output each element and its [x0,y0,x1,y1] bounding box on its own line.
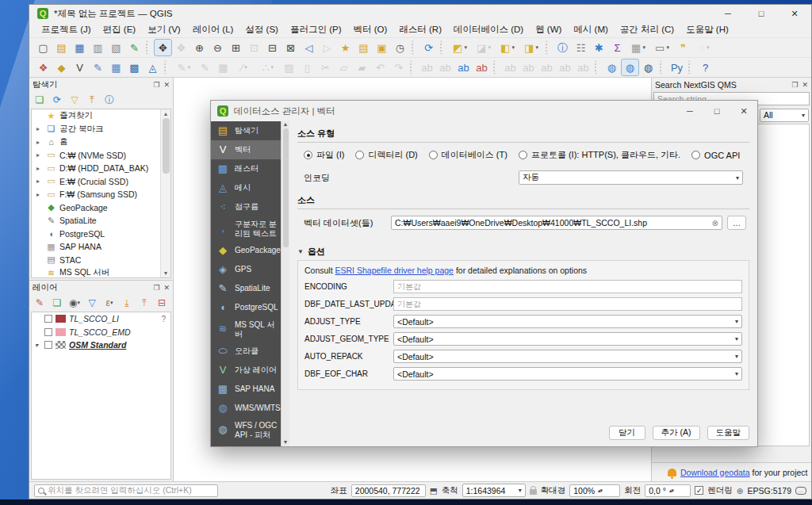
new-print-layout[interactable]: ▥ [89,39,107,56]
maximize-button[interactable]: □ [745,5,778,22]
menu-item[interactable]: 웹 (W) [530,23,567,36]
option-select[interactable]: <Default> [393,350,742,363]
qms-search[interactable]: ◍ [621,59,639,76]
collapse-all[interactable]: ⤒ [84,93,100,108]
crs-button[interactable]: EPSG:5179 [748,486,791,495]
browser-item[interactable]: ◖ PostgreSQL [32,228,170,241]
menu-item[interactable]: 공간 처리 (C) [615,23,680,36]
dialog-sidebar-item[interactable]: ▦ SAP HANA [211,380,281,399]
browser-item[interactable]: ▦ SAP HANA [32,240,170,254]
field-calculator[interactable]: ☷ [572,39,590,56]
statistics-summary[interactable]: Σ [608,39,626,56]
source-type-radio[interactable]: 파일 (I) [304,149,344,161]
menu-item[interactable]: 편집 (E) [98,23,142,36]
add-spatialite-layer[interactable]: ✎ [89,59,107,76]
close-dialog-button[interactable]: 닫기 [609,426,645,440]
qms-add-service[interactable]: ◍ [603,59,621,76]
option-input[interactable] [393,280,742,293]
locator-input[interactable]: 위치를 찾으려면 입력하십시오 (Ctrl+K) [34,484,218,497]
layer-row[interactable]: TL_SCCO_LI ? [32,312,170,326]
panel-float-icon[interactable]: ❐ [153,81,159,89]
browse-button[interactable]: … [727,216,746,230]
dialog-sidebar-item[interactable]: ▤ 탐색기 [211,121,281,140]
browser-item[interactable]: ≋ MS SQL 서버 [32,266,170,278]
layer-checkbox[interactable] [44,341,52,349]
collapse-all-layers[interactable]: ⤒ [136,296,152,311]
qms-geodata-search[interactable]: ◍ [639,59,657,76]
dialog-sidebar-item[interactable]: ， 구분자로 분리된 텍스트 [211,216,281,241]
dialog-sidebar-item[interactable]: ◍ WMS/WMTS [211,399,281,418]
dialog-sidebar-item[interactable]: V 벡터 [211,140,281,159]
dataset-path-input[interactable]: C:₩Users₩aaei9₩OneDrive₩Desktop₩41000₩TL… [391,216,722,230]
browser-item[interactable]: ▸ ❏ 공간 북마크 [32,123,170,136]
zoom-to-selection[interactable]: ⊡ [245,39,263,56]
move-label[interactable]: ab [538,59,556,76]
menu-item[interactable]: 래스터 (R) [393,23,447,36]
source-type-radio[interactable]: OGC API [691,151,740,160]
pin-labels[interactable]: ab [454,59,473,76]
browser-item[interactable]: ★ 즐겨찾기 [32,109,170,123]
dialog-sidebar-item[interactable]: ◆ GeoPackage [211,241,281,260]
source-type-radio[interactable]: 데이터베이스 (T) [429,149,508,161]
menu-item[interactable]: 프로젝트 (J) [36,23,97,36]
menu-item[interactable]: 플러그인 (P) [285,23,347,36]
dialog-close-button[interactable]: ✕ [730,101,757,121]
copy-features[interactable]: ▱ [335,59,353,76]
change-label[interactable]: ab [574,59,592,76]
browser-item[interactable]: ▸ ▭ E:₩ (Crucial SSD) [32,175,170,189]
menu-item[interactable]: 도움말 (H) [680,23,734,36]
browser-scrollbar[interactable]: ▲ ▼ [160,109,170,277]
filter-browser[interactable]: ▽ [67,93,82,108]
new-project[interactable]: ▢ [34,39,52,56]
dialog-minimize-button[interactable]: ─ [676,101,703,121]
refresh-browser[interactable]: ⟳ [49,93,65,108]
layer-row[interactable]: ▾ OSM Standard [32,339,170,352]
layer-name[interactable]: TL_SCCO_EMD [69,327,131,337]
add-raster-layer[interactable]: ▩ [125,59,144,76]
scroll-up-icon[interactable]: ▲ [283,121,289,127]
menu-item[interactable]: 보기 (V) [142,23,186,36]
qms-filter-select[interactable]: All [760,109,809,122]
browser-item[interactable]: ▸ ▭ F:₩ (Samsung SSD) [32,188,170,201]
layer-name[interactable]: OSM Standard [69,340,126,350]
filter-by-expression[interactable]: ε [102,296,117,311]
dialog-sidebar-item[interactable]: ≋ MS SQL 서버 [211,317,281,342]
dialog-sidebar-item[interactable]: ◖ PostgreSQL [211,298,281,317]
source-type-radio[interactable]: 프로토콜 (I): HTTP(S), 클라우드, 기타. [519,149,680,161]
manage-map-themes[interactable]: ◉ [67,296,82,311]
show-hide-labels[interactable]: ab [519,59,538,76]
panel-float-icon[interactable]: ❐ [791,81,798,89]
style-manager[interactable]: ✎ [125,39,144,56]
option-select[interactable]: <Default> [393,367,742,381]
paste-features[interactable]: ▰ [353,59,371,76]
add-mesh-layer[interactable]: ◬ [144,59,162,76]
pan-to-selection[interactable]: ✥ [172,39,190,56]
browser-item[interactable]: ▸ ▭ D:₩ (HDD_DATA_BAK) [32,162,170,175]
help-button[interactable]: 도움말 [707,426,750,440]
browser-item[interactable]: ✎ SpatiaLite [32,214,170,228]
menu-item[interactable]: 메시 (M) [568,23,613,36]
close-button[interactable]: ✕ [778,5,811,22]
scroll-thumb[interactable] [163,118,170,174]
new-spatial-bookmark[interactable]: ★ [336,39,354,56]
rotate-label[interactable]: ab [556,59,574,76]
menu-item[interactable]: 설정 (S) [239,23,284,36]
dialog-sidebar-item[interactable]: ◍ WFS / OGC API - 피처 [211,418,281,442]
select-features[interactable]: ◩ [448,39,472,56]
zoom-full[interactable]: ⊞ [227,39,245,56]
processing-toolbox[interactable]: ✱ [590,39,608,56]
menu-item[interactable]: 벡터 (O) [347,23,393,36]
scroll-thumb[interactable] [283,128,289,247]
panel-close-icon[interactable]: ✕ [163,284,170,292]
render-checkbox[interactable]: ✓ [695,486,703,495]
menu-item[interactable]: 데이터베이스 (D) [448,23,529,36]
add-selected-layers[interactable]: ❏ [32,93,48,108]
add-vector-layer[interactable]: V [71,59,89,76]
esri-help-link[interactable]: ESRI Shapefile driver help page [335,266,454,275]
open-layer-styling[interactable]: ✎ [32,296,48,311]
show-layout-manager[interactable]: ▧ [107,39,125,56]
messages-icon[interactable]: … [795,487,806,495]
option-select[interactable]: <Default> [393,315,742,328]
layer-checkbox[interactable] [44,328,52,336]
add-button[interactable]: 추가 (A) [653,426,700,440]
